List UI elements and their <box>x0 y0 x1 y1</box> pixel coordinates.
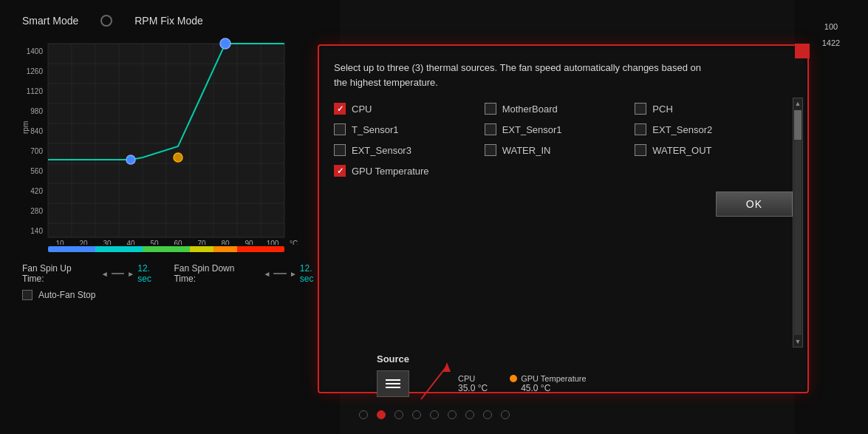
page-dots <box>359 410 510 419</box>
page-dot-3[interactable] <box>412 410 421 419</box>
page-dot-8[interactable] <box>501 410 510 419</box>
fan-chart-area: 1400 1260 1120 980 840 700 560 420 280 1… <box>22 38 325 252</box>
pch-label: PCH <box>652 104 672 115</box>
checkbox-item-pch: PCH <box>635 103 778 115</box>
svg-text:560: 560 <box>30 167 43 175</box>
svg-marker-46 <box>443 362 451 372</box>
checkbox-pch[interactable] <box>635 103 646 115</box>
cpu-temp-value: 35.0 °C <box>458 383 488 393</box>
ext-sensor3-label: EXT_Sensor3 <box>352 145 411 156</box>
thermal-source-dialog: Select up to three (3) thermal sources. … <box>318 44 809 393</box>
rpm-fix-mode-label: RPM Fix Mode <box>134 15 203 27</box>
scroll-up-arrow[interactable]: ▲ <box>793 98 803 109</box>
svg-line-45 <box>421 366 447 399</box>
dialog-scrollbar: ▲ ▼ <box>793 98 803 347</box>
gpu-temp-reading-value: 45.0 °C <box>521 383 586 393</box>
page-dot-1[interactable] <box>377 410 386 419</box>
temperature-bar <box>48 246 284 252</box>
temp-segment-cyan <box>95 246 143 252</box>
svg-text:°C: °C <box>290 240 298 245</box>
checkbox-item-water-out: WATER_OUT <box>635 144 778 156</box>
list-line-1 <box>386 379 400 381</box>
check-mark-cpu: ✓ <box>337 104 344 114</box>
checkbox-item-ext-sensor1: EXT_Sensor1 <box>485 123 628 135</box>
page-dot-6[interactable] <box>465 410 474 419</box>
spin-up-left-arrow[interactable]: ◄ <box>101 270 109 278</box>
svg-text:1120: 1120 <box>27 87 44 95</box>
svg-text:40: 40 <box>126 240 135 245</box>
cpu-temp-label: CPU <box>458 374 488 383</box>
curve-point-3[interactable] <box>220 38 230 49</box>
spin-down-left-arrow[interactable]: ◄ <box>263 270 270 278</box>
ok-button[interactable]: OK <box>716 191 793 217</box>
checkbox-motherboard[interactable] <box>485 103 496 115</box>
svg-text:420: 420 <box>30 187 43 195</box>
temp-segment-orange <box>213 246 237 252</box>
checkbox-item-ext-sensor3: EXT_Sensor3 <box>334 144 477 156</box>
red-arrow <box>399 359 458 403</box>
page-dot-4[interactable] <box>430 410 439 419</box>
motherboard-label: MotherBoard <box>502 104 558 115</box>
main-background: Smart Mode RPM Fix Mode 1400 1260 1120 9… <box>0 0 868 434</box>
gpu-temp-label: GPU Temperature <box>352 166 429 177</box>
auto-stop-checkbox[interactable] <box>22 290 33 300</box>
list-line-2 <box>386 383 400 384</box>
ext-sensor2-label: EXT_Sensor2 <box>652 124 712 135</box>
checkbox-gpu-temp[interactable]: ✓ <box>334 165 346 177</box>
checkbox-cpu[interactable]: ✓ <box>334 103 346 115</box>
page-dot-0[interactable] <box>359 410 368 419</box>
svg-text:140: 140 <box>30 227 43 235</box>
spin-down-right-arrow[interactable]: ► <box>290 270 297 278</box>
page-dot-7[interactable] <box>483 410 492 419</box>
svg-text:rpm: rpm <box>22 121 30 134</box>
checkbox-item-gpu-temp: ✓ GPU Temperature <box>334 165 477 177</box>
check-mark-gpu: ✓ <box>337 166 344 176</box>
temp-segment-red <box>237 246 284 252</box>
cpu-temp-reading: CPU 35.0 °C <box>458 374 488 393</box>
list-icon <box>386 379 400 388</box>
svg-text:30: 30 <box>103 240 112 245</box>
rpm-value: 1422 <box>822 38 840 47</box>
curve-point-1[interactable] <box>126 155 135 164</box>
temp-segment-green <box>143 246 190 252</box>
svg-text:80: 80 <box>221 240 230 245</box>
checkbox-item-cpu: ✓ CPU <box>334 103 477 115</box>
checkbox-ext-sensor2[interactable] <box>635 123 646 135</box>
fan-spin-down-label: Fan Spin Down Time: <box>174 263 252 284</box>
spin-up-right-arrow[interactable]: ► <box>127 270 134 278</box>
checkbox-water-out[interactable] <box>635 144 646 156</box>
gpu-temp-label-row: GPU Temperature <box>510 374 586 383</box>
svg-text:980: 980 <box>30 107 43 115</box>
dialog-description: Select up to three (3) thermal sources. … <box>334 61 703 89</box>
spin-up-value: 12. sec <box>137 263 163 284</box>
checkbox-water-in[interactable] <box>485 144 496 156</box>
gpu-temp-reading-label: GPU Temperature <box>521 374 586 383</box>
rpm-percent: 100 <box>824 22 838 31</box>
gpu-temp-reading: GPU Temperature 45.0 °C <box>510 374 586 393</box>
checkbox-t-sensor1[interactable] <box>334 123 346 135</box>
svg-text:10: 10 <box>55 240 64 245</box>
svg-text:280: 280 <box>30 207 43 215</box>
checkbox-ext-sensor1[interactable] <box>485 123 496 135</box>
t-sensor1-label: T_Sensor1 <box>352 124 399 135</box>
page-dot-5[interactable] <box>448 410 457 419</box>
curve-point-2[interactable] <box>174 153 182 162</box>
scroll-down-arrow[interactable]: ▼ <box>793 336 803 347</box>
temp-readings-area: CPU 35.0 °C GPU Temperature 45.0 °C <box>458 374 587 393</box>
spin-up-dash <box>112 273 125 274</box>
rpm-fix-radio[interactable] <box>100 15 112 27</box>
svg-text:100: 100 <box>267 240 279 245</box>
svg-text:50: 50 <box>150 240 159 245</box>
svg-text:70: 70 <box>197 240 206 245</box>
checkbox-item-water-in: WATER_IN <box>485 144 628 156</box>
checkbox-ext-sensor3[interactable] <box>334 144 346 156</box>
svg-text:700: 700 <box>30 147 43 155</box>
fan-curve-chart: 1400 1260 1120 980 840 700 560 420 280 1… <box>22 38 303 245</box>
scroll-thumb[interactable] <box>794 110 802 140</box>
page-dot-2[interactable] <box>394 410 403 419</box>
spin-up-control: ◄ ► 12. sec <box>101 263 163 284</box>
ext-sensor1-label: EXT_Sensor1 <box>502 124 562 135</box>
dialog-footer: OK <box>334 191 793 217</box>
dialog-corner <box>795 44 810 58</box>
water-in-label: WATER_IN <box>502 145 551 156</box>
